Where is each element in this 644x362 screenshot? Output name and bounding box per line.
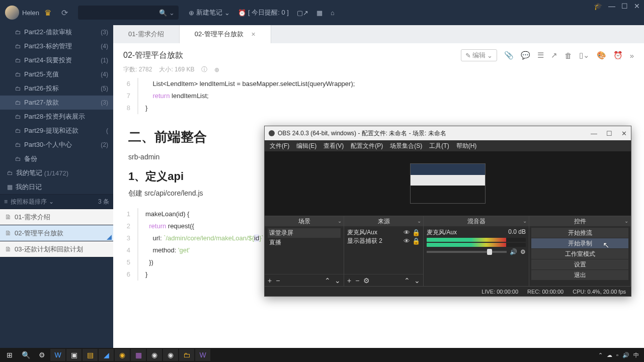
sources-header[interactable]: 来源	[344, 216, 423, 226]
close-tab-icon[interactable]: ×	[252, 30, 256, 38]
trash-icon[interactable]: 🗑	[565, 51, 572, 60]
folder-app-icon[interactable]: 🗀	[179, 349, 194, 361]
my-notes[interactable]: 🗀我的笔记 (1/1472)	[0, 166, 113, 180]
search-input[interactable]: 🔍 ⌄	[78, 6, 179, 20]
start-button[interactable]: ⊞	[2, 349, 17, 361]
eye-icon[interactable]: 👁	[404, 229, 410, 236]
obs-close-icon[interactable]: ✕	[621, 130, 627, 137]
tray-chevron-icon[interactable]: ⌃	[598, 352, 603, 358]
folder-part26[interactable]: 🗀Part26-投标(5)	[0, 81, 113, 96]
remove-icon[interactable]: −	[276, 277, 280, 285]
folder-part25[interactable]: 🗀Part25-充值(4)	[0, 67, 113, 81]
more-icon[interactable]: »	[630, 51, 634, 60]
start-stream-button[interactable]: 开始推流	[531, 228, 628, 238]
sort-bar[interactable]: ≡ 按照标题排序 ⌄ 3 条	[0, 194, 113, 209]
studio-mode-button[interactable]: 工作室模式	[531, 249, 628, 259]
explorer-app-icon[interactable]: ▤	[83, 349, 98, 361]
volume-slider[interactable]	[427, 251, 507, 253]
maximize-icon[interactable]: ☐	[621, 2, 628, 10]
down-icon[interactable]: ⌄	[335, 277, 341, 285]
scene-item[interactable]: 课堂录屏	[268, 228, 341, 238]
start-record-button[interactable]: 开始录制	[531, 238, 628, 248]
folder-backup[interactable]: 🗀备份	[0, 152, 113, 166]
minimize-icon[interactable]: —	[608, 2, 615, 10]
lock-icon[interactable]: 🔒	[412, 229, 420, 236]
settings-task-icon[interactable]: ⚙	[34, 349, 49, 361]
info-icon[interactable]: ⓘ	[201, 65, 207, 74]
comment-icon[interactable]: 💬	[521, 51, 530, 60]
new-note-button[interactable]: ⊕新建笔记⌄	[189, 8, 230, 17]
gear-icon[interactable]: ⚙	[520, 248, 526, 255]
obs-titlebar[interactable]: OBS 24.0.3 (64-bit, windows) - 配置文件: 未命名…	[265, 126, 631, 140]
sync-icon[interactable]: ⟳	[61, 8, 68, 18]
obs-preview[interactable]	[265, 151, 631, 216]
up-icon[interactable]: ⌃	[325, 277, 331, 285]
folder-part24[interactable]: 🗀Part24-我要投资(1)	[0, 53, 113, 67]
remove-icon[interactable]: −	[355, 277, 359, 285]
add-icon[interactable]: +	[268, 277, 272, 285]
lock-icon[interactable]: 🔒	[412, 237, 420, 245]
ime-indicator[interactable]: 中	[633, 351, 639, 359]
close-icon[interactable]: ✕	[634, 2, 640, 10]
avatar[interactable]	[5, 6, 19, 20]
alarm2-icon[interactable]: ⏰	[613, 51, 623, 60]
eye-icon[interactable]: 👁	[404, 237, 410, 245]
source-item[interactable]: 显示器捕获 2👁 🔒	[347, 237, 420, 245]
controls-header[interactable]: 控件	[529, 216, 630, 226]
search-task-icon[interactable]: 🔍	[18, 349, 33, 361]
menu-scenes[interactable]: 场景集合(S)	[390, 142, 422, 150]
hat-icon[interactable]: 🎓	[594, 2, 602, 10]
add-meta-icon[interactable]: ⊕	[214, 66, 219, 73]
menu-help[interactable]: 帮助(H)	[456, 142, 477, 150]
note-item[interactable]: 🗎02-管理平台放款	[0, 225, 113, 241]
obs-app-icon[interactable]: ◉	[163, 349, 178, 361]
vscode-app-icon[interactable]: ◢	[99, 349, 114, 361]
speaker-icon[interactable]: 🔊	[510, 248, 517, 255]
app-icon[interactable]: ▦	[131, 349, 146, 361]
exit-button[interactable]: 退出	[531, 270, 628, 280]
word-app-icon[interactable]: W	[50, 349, 65, 361]
vip-icon[interactable]: ♛	[44, 8, 51, 18]
tab[interactable]: 01-需求介绍	[113, 25, 180, 43]
home-button[interactable]: ⌂	[331, 9, 335, 17]
menu-tools[interactable]: 工具(T)	[429, 142, 449, 150]
folder-part29[interactable]: 🗀Part29-提现和还款(	[0, 124, 113, 138]
obs-maximize-icon[interactable]: ☐	[606, 130, 612, 137]
menu-view[interactable]: 查看(V)	[324, 142, 344, 150]
folder-part28[interactable]: 🗀Part28-投资列表展示	[0, 110, 113, 124]
browser-app-icon[interactable]: ◉	[115, 349, 130, 361]
chrome-app-icon[interactable]: ◉	[147, 349, 162, 361]
down-icon[interactable]: ⌄	[414, 277, 420, 285]
mixer-header[interactable]: 混音器	[424, 216, 529, 226]
scene-item[interactable]: 直播	[268, 238, 341, 247]
menu-profile[interactable]: 配置文件(P)	[351, 142, 383, 150]
palette-icon[interactable]: 🎨	[597, 51, 606, 60]
settings-button[interactable]: 设置	[531, 259, 628, 269]
note-item[interactable]: 🗎03-还款计划和回款计划	[0, 241, 113, 257]
outline-icon[interactable]: ☰	[537, 51, 544, 60]
source-item[interactable]: 麦克风/Aux👁 🔒	[347, 228, 420, 237]
code-text[interactable]: makeLoan(id) { return request({ url: `/a…	[138, 208, 266, 281]
menu-file[interactable]: 文件(F)	[270, 142, 289, 150]
code-text[interactable]: List<LendItem> lendItemList = baseMapper…	[138, 78, 355, 114]
menu-edit[interactable]: 编辑(E)	[296, 142, 316, 150]
folder-part23[interactable]: 🗀Part23-标的管理(4)	[0, 39, 113, 53]
volume-tray-icon[interactable]: 🔊	[622, 352, 629, 358]
reminder-button[interactable]: ⏰[ 今日提醒: 0 ]	[238, 8, 289, 17]
obs-window[interactable]: OBS 24.0.3 (64-bit, windows) - 配置文件: 未命名…	[264, 126, 631, 297]
obs-minimize-icon[interactable]: —	[591, 130, 597, 137]
note-item[interactable]: 🗎01-需求介绍	[0, 209, 113, 225]
attach-icon[interactable]: 📎	[504, 51, 514, 60]
terminal-app-icon[interactable]: ▣	[66, 349, 82, 361]
tab[interactable]: 02-管理平台放款×	[180, 25, 271, 43]
app-icon[interactable]: W	[195, 349, 210, 361]
scenes-header[interactable]: 场景	[265, 216, 344, 226]
clip-button[interactable]: ▢↗	[297, 9, 308, 17]
cloud-icon[interactable]: ☁	[607, 352, 612, 358]
up-icon[interactable]: ⌃	[404, 277, 410, 285]
gear-icon[interactable]: ⚙	[363, 277, 370, 285]
my-diary[interactable]: ▦我的日记	[0, 180, 113, 194]
network-icon[interactable]: ▫	[616, 352, 618, 358]
add-icon[interactable]: +	[347, 277, 351, 285]
share-icon[interactable]: ↗	[551, 51, 557, 60]
